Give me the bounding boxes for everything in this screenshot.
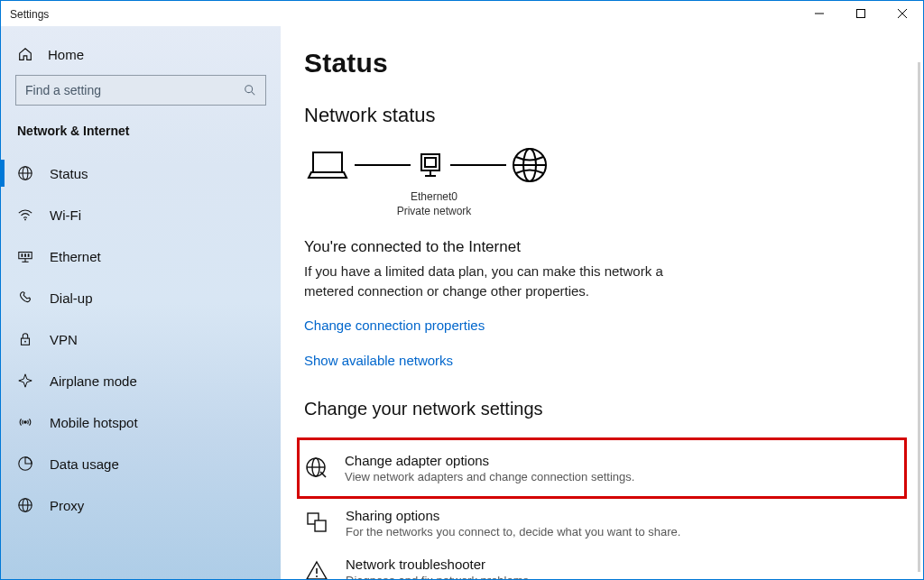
dialup-icon (17, 290, 33, 306)
sharing-options-icon (304, 510, 329, 535)
sidebar: Home Network & Internet Status (1, 26, 281, 579)
highlight-annotation: Change adapter options View network adap… (297, 437, 907, 499)
sidebar-item-label: Proxy (50, 498, 84, 513)
home-label: Home (48, 47, 84, 62)
adapter-options-icon (303, 455, 328, 480)
setting-network-troubleshooter[interactable]: Network troubleshooter Diagnose and fix … (304, 548, 683, 579)
window-title: Settings (10, 8, 49, 21)
sidebar-item-wifi[interactable]: Wi-Fi (1, 194, 281, 235)
svg-rect-25 (425, 158, 436, 167)
window-controls (799, 1, 923, 26)
svg-rect-15 (28, 253, 30, 257)
svg-rect-14 (24, 253, 26, 257)
setting-label: Network troubleshooter (346, 557, 532, 572)
change-settings-heading: Change your network settings (304, 399, 901, 419)
maximize-icon (856, 9, 865, 18)
sidebar-item-datausage[interactable]: Data usage (1, 443, 281, 484)
setting-text: Change adapter options View network adap… (345, 453, 634, 483)
setting-text: Sharing options For the networks you con… (346, 508, 680, 539)
datausage-icon (17, 456, 33, 472)
globe-icon (510, 145, 550, 185)
category-title: Network & Internet (1, 118, 281, 152)
sidebar-item-label: Ethernet (50, 249, 101, 264)
network-diagram (304, 145, 901, 185)
svg-point-17 (24, 341, 26, 343)
airplane-icon (17, 373, 33, 389)
sidebar-item-hotspot[interactable]: Mobile hotspot (1, 401, 281, 443)
vpn-icon (17, 331, 33, 347)
svg-point-9 (24, 219, 26, 221)
sidebar-item-airplane[interactable]: Airplane mode (1, 360, 281, 401)
setting-label: Change adapter options (345, 453, 634, 468)
sidebar-item-label: Mobile hotspot (50, 415, 138, 430)
scrollbar[interactable] (918, 62, 920, 572)
sidebar-item-status[interactable]: Status (1, 152, 281, 194)
sidebar-item-proxy[interactable]: Proxy (1, 484, 281, 526)
sidebar-item-label: Wi-Fi (50, 207, 81, 223)
setting-label: Sharing options (346, 508, 680, 523)
connected-block: You're connected to the Internet If you … (304, 238, 901, 301)
minimize-button[interactable] (799, 1, 840, 26)
sidebar-item-label: Data usage (50, 456, 119, 472)
svg-point-38 (316, 575, 318, 577)
adapter-icon (414, 149, 447, 181)
setting-change-adapter-options[interactable]: Change adapter options View network adap… (303, 444, 682, 493)
link-show-available-networks[interactable]: Show available networks (304, 353, 901, 368)
titlebar: Settings (1, 1, 923, 26)
setting-desc: View network adapters and change connect… (345, 470, 634, 483)
section-title: Network status (304, 104, 901, 127)
sidebar-item-label: VPN (50, 332, 78, 347)
settings-window: Settings Home (0, 0, 924, 580)
diagram-line (450, 164, 506, 166)
sidebar-nav: Status Wi-Fi Ethernet (1, 152, 281, 526)
wifi-icon (17, 207, 33, 223)
svg-rect-36 (315, 520, 326, 531)
close-icon (898, 9, 907, 18)
search-wrap (1, 75, 281, 118)
search-box[interactable] (15, 75, 266, 106)
ethernet-icon (17, 248, 33, 264)
laptop-icon (304, 147, 351, 183)
proxy-icon (17, 497, 33, 513)
sidebar-item-label: Airplane mode (50, 373, 137, 389)
svg-rect-23 (313, 152, 342, 172)
svg-rect-13 (22, 253, 23, 257)
maximize-button[interactable] (840, 1, 882, 26)
window-body: Home Network & Internet Status (1, 26, 923, 579)
home-icon (17, 46, 33, 62)
adapter-name: Ethernet0 (389, 190, 479, 205)
sidebar-item-vpn[interactable]: VPN (1, 318, 281, 360)
content-pane: Status Network status Ethernet0 Priva (281, 26, 923, 579)
setting-desc: For the networks you connect to, decide … (346, 525, 680, 539)
minimize-icon (815, 9, 824, 18)
setting-desc: Diagnose and fix network problems. (346, 574, 532, 579)
troubleshooter-icon (304, 558, 329, 579)
status-icon (17, 165, 33, 181)
search-input[interactable] (25, 83, 244, 97)
svg-line-5 (252, 92, 255, 96)
connected-body: If you have a limited data plan, you can… (304, 262, 665, 301)
network-type: Private network (389, 205, 479, 219)
search-icon (244, 84, 256, 97)
home-button[interactable]: Home (1, 39, 281, 75)
page-title: Status (304, 48, 901, 78)
close-button[interactable] (882, 1, 923, 26)
sidebar-item-label: Status (50, 166, 88, 181)
svg-point-18 (23, 420, 27, 424)
svg-rect-1 (857, 10, 865, 18)
connected-heading: You're connected to the Internet (304, 238, 901, 256)
setting-sharing-options[interactable]: Sharing options For the networks you con… (304, 499, 683, 548)
diagram-line (355, 164, 411, 166)
setting-text: Network troubleshooter Diagnose and fix … (346, 557, 532, 579)
hotspot-icon (17, 414, 33, 430)
sidebar-item-label: Dial-up (50, 290, 93, 306)
svg-point-4 (245, 86, 253, 93)
sidebar-item-dialup[interactable]: Dial-up (1, 277, 281, 318)
link-change-connection-properties[interactable]: Change connection properties (304, 318, 901, 333)
sidebar-item-ethernet[interactable]: Ethernet (1, 235, 281, 277)
